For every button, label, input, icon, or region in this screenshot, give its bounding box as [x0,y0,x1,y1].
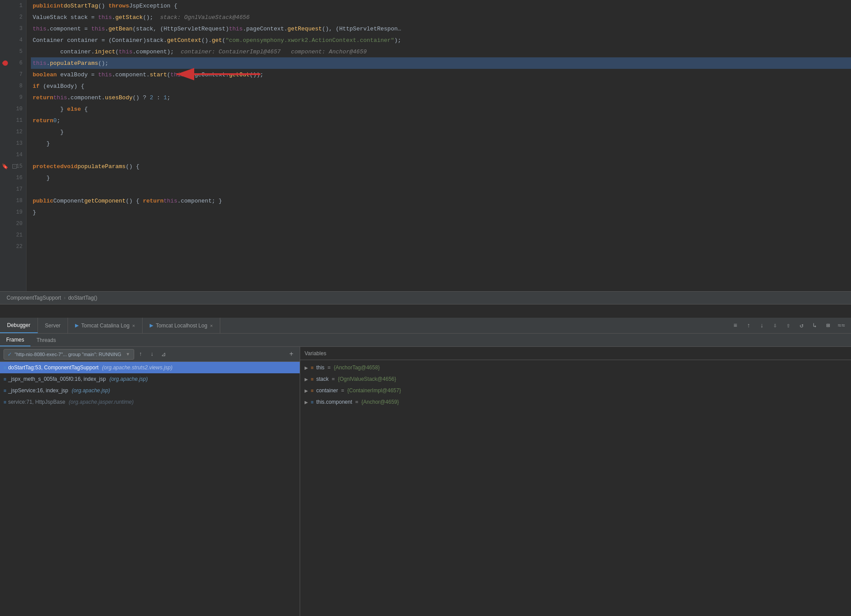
gutter-line[interactable]: 7 [0,69,26,80]
code-line[interactable] [31,149,851,161]
code-line[interactable]: } else { [31,103,851,115]
toolbar-button-4[interactable]: ⇧ [782,319,795,332]
variables-title: Variables [305,350,326,357]
gutter-line[interactable]: 1 [0,0,26,11]
gutter-line[interactable]: 21 [0,229,26,241]
toolbar-button-5[interactable]: ↺ [795,319,808,332]
gutter-line[interactable]: 22 [0,241,26,252]
frame-stack-icon: ≡ [4,376,6,382]
frame-method-name: service:71, HttpJspBase [8,399,65,405]
code-line[interactable] [31,229,851,241]
gutter-line[interactable]: 9 [0,92,26,103]
code-line[interactable]: } [31,207,851,218]
code-line[interactable]: this.component = this.getBean(stack, (Ht… [31,23,851,34]
variable-equals: = [331,376,335,382]
toolbar-button-6[interactable]: ↳ [809,319,821,332]
gutter-line[interactable]: 20 [0,218,26,229]
variable-item[interactable]: ▶≡this.component = {Anchor@4659} [300,396,851,408]
variable-type-icon: ≡ [311,376,313,382]
gutter-line[interactable]: 11 [0,115,26,126]
code-content-area[interactable]: public int doStartTag() throws JspExcept… [26,0,851,291]
frame-stack-icon: ≡ [4,388,6,393]
gutter-line[interactable]: 5 [0,46,26,57]
debug-tab-debugger[interactable]: Debugger [0,318,38,333]
toolbar-button-2[interactable]: ↓ [756,319,768,332]
code-line[interactable]: } [31,126,851,138]
fold-icon[interactable]: − [12,164,17,169]
frame-item[interactable]: ≡service:71, HttpJspBase (org.apache.jas… [0,396,300,408]
variable-item[interactable]: ▶≡this = {AnchorTag@4658} [300,362,851,373]
debug-tab-server[interactable]: Server [38,318,68,333]
code-line[interactable] [31,218,851,229]
code-line[interactable]: container.inject(this.component); contai… [31,46,851,57]
variable-equals: = [355,399,358,405]
frame-location: (org.apache.jsp) [109,376,148,382]
breadcrumb-part-2[interactable]: doStartTag() [68,295,97,301]
gutter-line[interactable]: ●6 [0,57,26,69]
variable-value: {Anchor@4659} [361,399,399,405]
code-line[interactable] [31,184,851,195]
tab-close-icon[interactable]: × [132,323,135,328]
main-layout: 12345●67891011121314−🔖1516171819202122 p… [0,0,851,616]
gutter-line[interactable]: 10 [0,103,26,115]
gutter-line[interactable]: 2 [0,11,26,23]
add-button[interactable]: + [286,349,296,359]
frame-item[interactable]: ≡_jspService:16, index_jsp (org.apache.j… [0,385,300,396]
code-line[interactable]: return this.component.usesBody() ? 2 : 1… [31,92,851,103]
variable-item[interactable]: ▶≡stack = {OgnlValueStack@4656} [300,373,851,385]
toolbar-button-1[interactable]: ↑ [742,319,755,332]
code-line[interactable] [31,241,851,252]
frame-method-name: _jspx_meth_s_005fa_005f0:16, index_jsp [8,376,106,382]
breadcrumb-separator: › [64,295,65,301]
line-number-gutter: 12345●67891011121314−🔖1516171819202122 [0,0,26,291]
gutter-line[interactable]: 13 [0,138,26,149]
gutter-line[interactable]: 3 [0,23,26,34]
code-line[interactable]: public Component getComponent() { return… [31,195,851,207]
gutter-line[interactable]: −🔖15 [0,161,26,172]
frame-up-button[interactable]: ↑ [136,349,146,359]
tab-close-icon[interactable]: × [210,323,213,328]
variable-expand-icon: ▶ [305,388,308,393]
gutter-line[interactable]: 18 [0,195,26,207]
frame-item[interactable]: ≡_jspx_meth_s_005fa_005f0:16, index_jsp … [0,373,300,385]
code-line[interactable]: if (evalBody) { [31,80,851,92]
gutter-line[interactable]: 17 [0,184,26,195]
toolbar-button-0[interactable]: ≡ [729,319,742,332]
variable-name: this.component [316,399,352,405]
code-line[interactable]: } [31,138,851,149]
breadcrumb-part-1[interactable]: ComponentTagSupport [7,295,61,301]
tab-frames[interactable]: Frames [0,334,30,346]
toolbar-button-3[interactable]: ⇩ [769,319,781,332]
debug-tab-tomcat-catalina-log[interactable]: ▶Tomcat Catalina Log × [68,318,143,333]
thread-dropdown-arrow: ▼ [126,352,130,357]
code-line[interactable]: protected void populateParams() { [31,161,851,172]
gutter-line[interactable]: 4 [0,34,26,46]
bookmark-icon: 🔖 [2,163,8,170]
gutter-line[interactable]: 19 [0,207,26,218]
filter-button[interactable]: ⊿ [159,349,169,359]
code-line[interactable]: this.populateParams(); [31,57,851,69]
toolbar-button-7[interactable]: ⊞ [822,319,834,332]
gutter-line[interactable]: 14 [0,149,26,161]
variable-equals: = [341,387,344,394]
debug-tabs-bar: DebuggerServer▶Tomcat Catalina Log ×▶Tom… [0,318,851,334]
code-line[interactable]: boolean evalBody = this.component.start(… [31,69,851,80]
variable-item[interactable]: ▶≡container = {ContainerImpl@4657} [300,385,851,396]
frame-item[interactable]: ≡doStartTag:53, ComponentTagSupport (org… [0,362,300,373]
gutter-line[interactable]: 12 [0,126,26,138]
code-line[interactable]: public int doStartTag() throws JspExcept… [31,0,851,11]
toolbar-button-8[interactable]: ≈≈ [835,319,847,332]
debug-tab-tomcat-localhost-log[interactable]: ▶Tomcat Localhost Log × [143,318,220,333]
code-line[interactable]: ValueStack stack = this.getStack(); stac… [31,11,851,23]
thread-selector[interactable]: ✓ "http-nio-8080-exec-7"... group "main"… [4,349,134,360]
frame-down-button[interactable]: ↓ [147,349,157,359]
code-line[interactable]: return 0; [31,115,851,126]
code-line[interactable]: Container container = (Container)stack.g… [31,34,851,46]
thread-status-icon: ✓ [8,351,12,357]
tab-threads[interactable]: Threads [30,334,62,346]
frames-panel: ✓ "http-nio-8080-exec-7"... group "main"… [0,347,300,616]
gutter-line[interactable]: 16 [0,172,26,184]
tab-tomcat-icon: ▶ [75,323,79,328]
code-line[interactable]: } [31,172,851,184]
gutter-line[interactable]: 8 [0,80,26,92]
